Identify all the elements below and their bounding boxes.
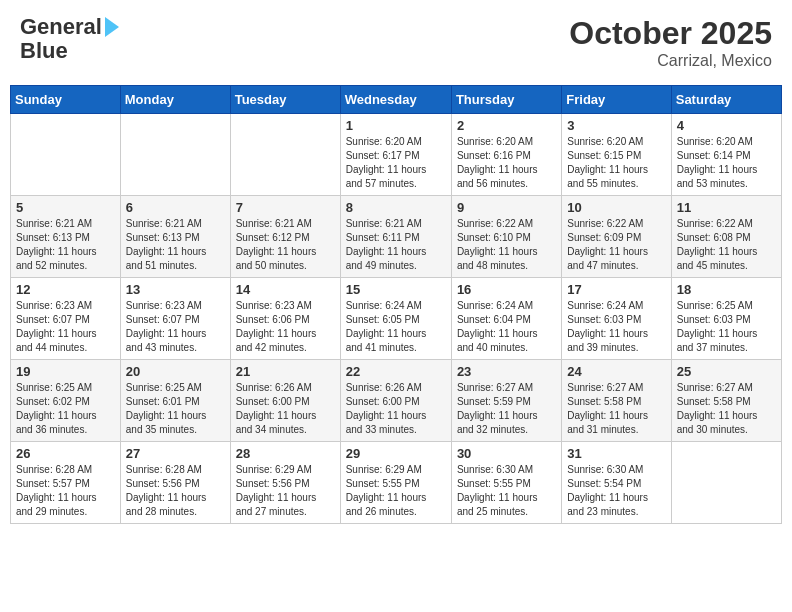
weekday-header-wednesday: Wednesday [340,86,451,114]
calendar-cell: 29Sunrise: 6:29 AMSunset: 5:55 PMDayligh… [340,442,451,524]
month-year-title: October 2025 [569,15,772,52]
day-info: Sunrise: 6:20 AMSunset: 6:17 PMDaylight:… [346,135,446,191]
calendar-week-row: 19Sunrise: 6:25 AMSunset: 6:02 PMDayligh… [11,360,782,442]
day-number: 3 [567,118,665,133]
weekday-header-tuesday: Tuesday [230,86,340,114]
day-number: 29 [346,446,446,461]
weekday-header-monday: Monday [120,86,230,114]
day-info: Sunrise: 6:23 AMSunset: 6:07 PMDaylight:… [126,299,225,355]
logo-blue: Blue [20,39,119,63]
day-info: Sunrise: 6:21 AMSunset: 6:13 PMDaylight:… [126,217,225,273]
day-info: Sunrise: 6:29 AMSunset: 5:55 PMDaylight:… [346,463,446,519]
calendar-cell: 24Sunrise: 6:27 AMSunset: 5:58 PMDayligh… [562,360,671,442]
day-number: 24 [567,364,665,379]
day-number: 16 [457,282,556,297]
day-info: Sunrise: 6:30 AMSunset: 5:54 PMDaylight:… [567,463,665,519]
calendar-cell: 20Sunrise: 6:25 AMSunset: 6:01 PMDayligh… [120,360,230,442]
day-info: Sunrise: 6:20 AMSunset: 6:16 PMDaylight:… [457,135,556,191]
day-number: 19 [16,364,115,379]
weekday-header-thursday: Thursday [451,86,561,114]
day-number: 31 [567,446,665,461]
calendar-cell [230,114,340,196]
day-number: 7 [236,200,335,215]
day-number: 4 [677,118,776,133]
day-info: Sunrise: 6:23 AMSunset: 6:06 PMDaylight:… [236,299,335,355]
calendar-week-row: 1Sunrise: 6:20 AMSunset: 6:17 PMDaylight… [11,114,782,196]
weekday-header-friday: Friday [562,86,671,114]
day-number: 25 [677,364,776,379]
day-number: 23 [457,364,556,379]
calendar-cell: 22Sunrise: 6:26 AMSunset: 6:00 PMDayligh… [340,360,451,442]
day-number: 6 [126,200,225,215]
calendar-cell: 17Sunrise: 6:24 AMSunset: 6:03 PMDayligh… [562,278,671,360]
calendar-week-row: 12Sunrise: 6:23 AMSunset: 6:07 PMDayligh… [11,278,782,360]
calendar-week-row: 26Sunrise: 6:28 AMSunset: 5:57 PMDayligh… [11,442,782,524]
calendar-cell: 21Sunrise: 6:26 AMSunset: 6:00 PMDayligh… [230,360,340,442]
day-number: 18 [677,282,776,297]
logo: General Blue [20,15,119,63]
day-info: Sunrise: 6:26 AMSunset: 6:00 PMDaylight:… [236,381,335,437]
calendar-cell: 11Sunrise: 6:22 AMSunset: 6:08 PMDayligh… [671,196,781,278]
day-info: Sunrise: 6:22 AMSunset: 6:09 PMDaylight:… [567,217,665,273]
calendar-week-row: 5Sunrise: 6:21 AMSunset: 6:13 PMDaylight… [11,196,782,278]
day-info: Sunrise: 6:25 AMSunset: 6:03 PMDaylight:… [677,299,776,355]
day-number: 13 [126,282,225,297]
calendar-cell: 8Sunrise: 6:21 AMSunset: 6:11 PMDaylight… [340,196,451,278]
calendar-cell: 1Sunrise: 6:20 AMSunset: 6:17 PMDaylight… [340,114,451,196]
day-number: 5 [16,200,115,215]
calendar-cell: 5Sunrise: 6:21 AMSunset: 6:13 PMDaylight… [11,196,121,278]
calendar-cell: 7Sunrise: 6:21 AMSunset: 6:12 PMDaylight… [230,196,340,278]
day-info: Sunrise: 6:27 AMSunset: 5:58 PMDaylight:… [567,381,665,437]
day-number: 8 [346,200,446,215]
weekday-header-sunday: Sunday [11,86,121,114]
day-number: 2 [457,118,556,133]
day-info: Sunrise: 6:23 AMSunset: 6:07 PMDaylight:… [16,299,115,355]
day-number: 20 [126,364,225,379]
calendar-cell: 30Sunrise: 6:30 AMSunset: 5:55 PMDayligh… [451,442,561,524]
calendar-cell: 15Sunrise: 6:24 AMSunset: 6:05 PMDayligh… [340,278,451,360]
day-number: 21 [236,364,335,379]
day-info: Sunrise: 6:20 AMSunset: 6:15 PMDaylight:… [567,135,665,191]
calendar-cell [120,114,230,196]
day-number: 14 [236,282,335,297]
logo-arrow-icon [105,17,119,37]
day-info: Sunrise: 6:20 AMSunset: 6:14 PMDaylight:… [677,135,776,191]
day-number: 15 [346,282,446,297]
day-info: Sunrise: 6:30 AMSunset: 5:55 PMDaylight:… [457,463,556,519]
day-info: Sunrise: 6:26 AMSunset: 6:00 PMDaylight:… [346,381,446,437]
calendar-cell: 14Sunrise: 6:23 AMSunset: 6:06 PMDayligh… [230,278,340,360]
day-number: 17 [567,282,665,297]
calendar-table: SundayMondayTuesdayWednesdayThursdayFrid… [10,85,782,524]
calendar-cell [671,442,781,524]
calendar-cell: 23Sunrise: 6:27 AMSunset: 5:59 PMDayligh… [451,360,561,442]
day-info: Sunrise: 6:27 AMSunset: 5:58 PMDaylight:… [677,381,776,437]
day-info: Sunrise: 6:21 AMSunset: 6:12 PMDaylight:… [236,217,335,273]
calendar-cell: 26Sunrise: 6:28 AMSunset: 5:57 PMDayligh… [11,442,121,524]
calendar-cell: 16Sunrise: 6:24 AMSunset: 6:04 PMDayligh… [451,278,561,360]
day-number: 9 [457,200,556,215]
day-info: Sunrise: 6:25 AMSunset: 6:02 PMDaylight:… [16,381,115,437]
day-info: Sunrise: 6:24 AMSunset: 6:05 PMDaylight:… [346,299,446,355]
day-info: Sunrise: 6:24 AMSunset: 6:03 PMDaylight:… [567,299,665,355]
location-subtitle: Carrizal, Mexico [569,52,772,70]
calendar-cell: 6Sunrise: 6:21 AMSunset: 6:13 PMDaylight… [120,196,230,278]
day-number: 1 [346,118,446,133]
calendar-cell [11,114,121,196]
calendar-cell: 19Sunrise: 6:25 AMSunset: 6:02 PMDayligh… [11,360,121,442]
calendar-cell: 25Sunrise: 6:27 AMSunset: 5:58 PMDayligh… [671,360,781,442]
day-number: 26 [16,446,115,461]
calendar-cell: 31Sunrise: 6:30 AMSunset: 5:54 PMDayligh… [562,442,671,524]
calendar-cell: 10Sunrise: 6:22 AMSunset: 6:09 PMDayligh… [562,196,671,278]
day-number: 11 [677,200,776,215]
calendar-cell: 27Sunrise: 6:28 AMSunset: 5:56 PMDayligh… [120,442,230,524]
day-info: Sunrise: 6:28 AMSunset: 5:56 PMDaylight:… [126,463,225,519]
title-block: October 2025 Carrizal, Mexico [569,15,772,70]
calendar-cell: 13Sunrise: 6:23 AMSunset: 6:07 PMDayligh… [120,278,230,360]
day-number: 22 [346,364,446,379]
day-number: 28 [236,446,335,461]
day-info: Sunrise: 6:22 AMSunset: 6:10 PMDaylight:… [457,217,556,273]
day-number: 10 [567,200,665,215]
calendar-cell: 2Sunrise: 6:20 AMSunset: 6:16 PMDaylight… [451,114,561,196]
day-number: 27 [126,446,225,461]
calendar-cell: 28Sunrise: 6:29 AMSunset: 5:56 PMDayligh… [230,442,340,524]
